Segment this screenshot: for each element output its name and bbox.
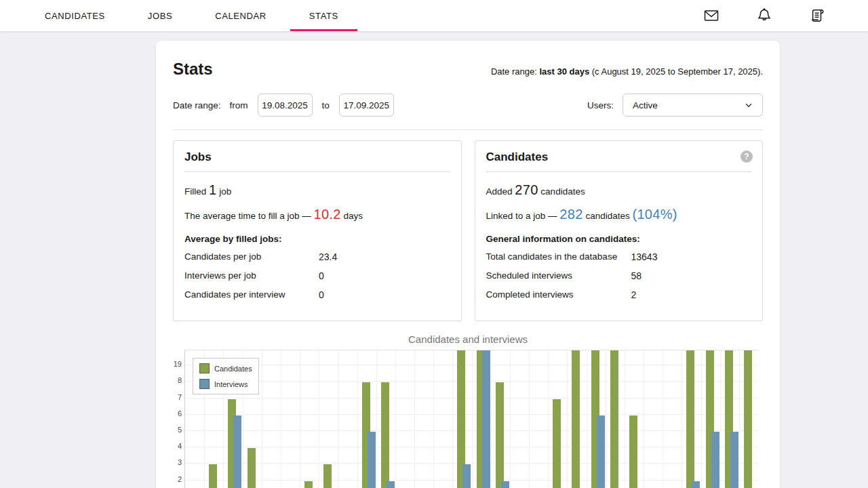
gridline xyxy=(452,350,453,488)
gridline xyxy=(682,350,682,488)
candidates-bar xyxy=(323,464,332,488)
y-tick-label: 3 xyxy=(178,458,182,466)
avg-time-line: The average time to fill a job — 10.2 da… xyxy=(184,207,450,222)
mail-icon[interactable] xyxy=(703,7,720,24)
stat-row-total-candidates: Total candidates in the database13643 xyxy=(486,251,752,262)
gridline xyxy=(433,350,434,488)
gridline xyxy=(185,398,757,399)
legend-item-candidates[interactable]: Candidates xyxy=(199,363,252,373)
filled-jobs-line: Filled 1 job xyxy=(184,182,450,198)
candidates-bar xyxy=(209,464,217,488)
tab-candidates[interactable]: CANDIDATES xyxy=(26,0,124,31)
gridline xyxy=(414,350,415,488)
interviews-bar xyxy=(387,481,395,488)
to-label: to xyxy=(322,100,330,110)
tab-jobs[interactable]: JOBS xyxy=(129,0,191,31)
gridline xyxy=(262,350,262,488)
tab-stats[interactable]: STATS xyxy=(290,0,357,31)
help-icon[interactable]: ? xyxy=(741,150,753,163)
legend-swatch xyxy=(199,379,210,389)
interviews-bar xyxy=(711,432,719,488)
interviews-bar xyxy=(692,481,700,488)
users-label: Users: xyxy=(587,100,614,110)
date-to-input[interactable] xyxy=(339,94,394,117)
gridline xyxy=(395,350,396,488)
gridline xyxy=(529,350,530,488)
gridline xyxy=(376,350,377,488)
from-label: from xyxy=(230,100,248,110)
stat-row-candidates-per-job: Candidates per job23.4 xyxy=(184,251,450,262)
candidates-bar xyxy=(610,350,618,488)
y-tick-label: 19 xyxy=(174,360,182,368)
filters-row: Date range: from to Users: Active xyxy=(173,94,763,117)
legend-swatch xyxy=(199,363,210,373)
top-navigation-bar: CANDIDATES JOBS CALENDAR STATS xyxy=(0,0,868,31)
stat-row-interviews-per-job: Interviews per job0 xyxy=(184,270,450,281)
stat-row-scheduled-interviews: Scheduled interviews58 xyxy=(486,270,752,281)
gridline xyxy=(587,350,587,488)
candidates-bar xyxy=(744,350,752,488)
gridline xyxy=(185,381,757,382)
gridline xyxy=(357,350,358,488)
gridline xyxy=(720,350,721,488)
candidates-bar xyxy=(553,399,561,488)
interviews-bar xyxy=(368,432,376,488)
gridline xyxy=(338,350,338,488)
y-tick-label: 5 xyxy=(178,426,182,434)
gridline xyxy=(185,480,757,481)
log-icon[interactable] xyxy=(808,7,826,24)
candidates-bar xyxy=(248,448,256,488)
gridline xyxy=(185,463,757,464)
avg-time-value: 10.2 xyxy=(314,207,341,222)
candidates-interviews-chart: 01234567819 CandidatesInterviews xyxy=(173,350,763,488)
avg-by-filled-jobs-label: Average by filled jobs: xyxy=(184,234,450,244)
interviews-bar xyxy=(462,464,471,488)
legend-item-interviews[interactable]: Interviews xyxy=(199,379,252,389)
jobs-card: Jobs Filled 1 job The average time to fi… xyxy=(173,140,462,321)
y-tick-label: 7 xyxy=(178,393,182,401)
gridline xyxy=(663,350,663,488)
candidates-card: ? Candidates Added 270 candidates Linked… xyxy=(475,140,764,321)
legend-label: Interviews xyxy=(214,380,248,388)
notifications-icon[interactable] xyxy=(755,7,773,24)
added-candidates-value: 270 xyxy=(515,182,538,197)
linked-candidates-line: Linked to a job — 282 candidates (104%) xyxy=(486,207,752,222)
candidates-bar xyxy=(572,350,580,488)
y-tick-label: 6 xyxy=(178,409,182,418)
interviews-bar xyxy=(501,481,509,488)
tab-calendar[interactable]: CALENDAR xyxy=(196,0,285,31)
gridline xyxy=(701,350,702,488)
gridline xyxy=(625,350,625,488)
date-from-input[interactable] xyxy=(258,94,313,117)
interviews-bar xyxy=(597,415,605,488)
gridline xyxy=(281,350,281,488)
date-range-summary: Date range: last 30 days (c August 19, 2… xyxy=(491,66,763,77)
interviews-bar xyxy=(233,415,241,488)
general-info-label: General information on candidates: xyxy=(486,234,752,244)
candidates-bar xyxy=(381,382,389,488)
candidates-bar xyxy=(629,415,637,488)
gridline xyxy=(567,350,568,488)
chevron-down-icon xyxy=(743,100,754,110)
added-candidates-line: Added 270 candidates xyxy=(486,182,752,198)
linked-candidates-percent: (104%) xyxy=(632,207,677,222)
y-tick-label: 4 xyxy=(178,442,182,450)
date-range-label: Date range: xyxy=(173,100,221,110)
chart-plot-area: CandidatesInterviews xyxy=(184,350,757,488)
gridline xyxy=(644,350,644,488)
gridline xyxy=(185,430,757,431)
chart-y-axis: 01234567819 xyxy=(173,350,184,488)
gridline xyxy=(185,414,757,415)
chart-title: Candidates and interviews xyxy=(173,333,763,345)
y-tick-label: 2 xyxy=(178,475,182,483)
gridline xyxy=(491,350,492,488)
gridline xyxy=(319,350,319,488)
users-select-value: Active xyxy=(633,100,743,110)
gridline xyxy=(739,350,740,488)
stat-row-completed-interviews: Completed interviews2 xyxy=(486,289,752,300)
main-nav: CANDIDATES JOBS CALENDAR STATS xyxy=(26,0,362,31)
users-select[interactable]: Active xyxy=(623,94,763,117)
jobs-card-title: Jobs xyxy=(184,150,450,172)
gridline xyxy=(185,365,757,365)
interviews-bar xyxy=(482,350,490,488)
